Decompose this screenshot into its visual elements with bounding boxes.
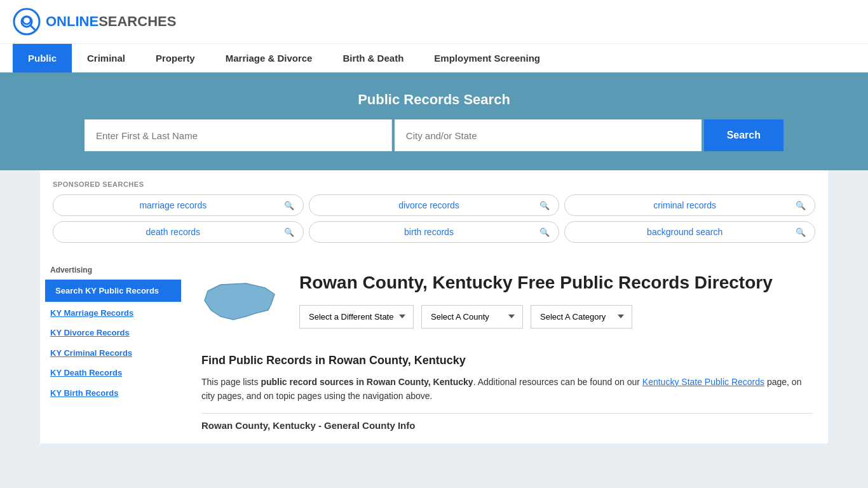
category-dropdown[interactable]: Select A Category (531, 305, 632, 329)
pill-death-text: death records (62, 227, 284, 237)
state-section: Rowan County, Kentucky Free Public Recor… (201, 272, 813, 341)
sidebar-ad-item[interactable]: Search KY Public Records (45, 280, 181, 302)
logo-icon (13, 8, 41, 36)
state-map (201, 272, 284, 341)
find-description: This page lists public record sources in… (201, 375, 813, 403)
pill-birth-text: birth records (318, 227, 540, 237)
nav-item-marriage-divorce[interactable]: Marriage & Divorce (210, 44, 328, 72)
state-dropdown[interactable]: Select a Different State (299, 305, 414, 329)
sidebar-ad-label: Advertising (40, 266, 186, 280)
sidebar-link-marriage[interactable]: KY Marriage Records (40, 303, 186, 323)
search-button[interactable]: Search (704, 119, 783, 151)
svg-point-2 (23, 17, 31, 24)
sidebar-link-birth[interactable]: KY Birth Records (40, 383, 186, 403)
logo[interactable]: ONLINESEARCHES (13, 8, 176, 36)
header: ONLINESEARCHES (0, 0, 868, 43)
find-title: Find Public Records in Rowan County, Ken… (201, 354, 813, 367)
search-icon-5: 🔍 (539, 227, 550, 237)
search-bar: Search (85, 119, 783, 151)
find-desc-start: This page lists (201, 377, 261, 387)
dropdowns: Select a Different State Select A County… (299, 305, 813, 329)
state-info: Rowan County, Kentucky Free Public Recor… (299, 272, 813, 341)
pill-marriage-text: marriage records (62, 200, 284, 210)
hero-section: Public Records Search Search (0, 72, 868, 170)
search-pills: marriage records 🔍 divorce records 🔍 cri… (53, 194, 815, 243)
pill-background[interactable]: background search 🔍 (564, 221, 815, 243)
location-input[interactable] (395, 119, 702, 151)
find-desc-bold: public record sources in Rowan County, K… (261, 377, 473, 387)
search-icon-3: 🔍 (796, 201, 806, 210)
logo-text: ONLINESEARCHES (46, 13, 176, 30)
nav: Public Criminal Property Marriage & Divo… (0, 43, 868, 72)
pill-death[interactable]: death records 🔍 (53, 221, 304, 243)
sidebar: Advertising Search KY Public Records KY … (40, 253, 186, 444)
pill-divorce[interactable]: divorce records 🔍 (309, 194, 560, 216)
nav-item-criminal[interactable]: Criminal (72, 44, 140, 72)
section-divider (201, 413, 813, 414)
search-icon-1: 🔍 (284, 201, 294, 210)
search-icon-4: 🔍 (284, 227, 294, 237)
sidebar-link-criminal[interactable]: KY Criminal Records (40, 343, 186, 363)
logo-online: ONLINE (46, 13, 98, 29)
general-info-title: Rowan County, Kentucky - General County … (201, 420, 813, 431)
sponsored-section: SPONSORED SEARCHES marriage records 🔍 di… (40, 170, 828, 253)
pill-divorce-text: divorce records (318, 200, 540, 210)
content: Rowan County, Kentucky Free Public Recor… (186, 253, 828, 444)
county-dropdown[interactable]: Select A County (421, 305, 523, 329)
pill-criminal-text: criminal records (574, 200, 796, 210)
find-desc-link[interactable]: Kentucky State Public Records (642, 377, 764, 387)
nav-item-employment[interactable]: Employment Screening (419, 44, 555, 72)
search-icon-2: 🔍 (539, 201, 550, 210)
main-wrapper: Advertising Search KY Public Records KY … (40, 253, 828, 444)
svg-line-1 (31, 25, 36, 30)
sponsored-label: SPONSORED SEARCHES (53, 180, 815, 188)
kentucky-map (201, 278, 278, 329)
pill-marriage[interactable]: marriage records 🔍 (53, 194, 304, 216)
sidebar-link-death[interactable]: KY Death Records (40, 363, 186, 383)
sidebar-link-divorce[interactable]: KY Divorce Records (40, 323, 186, 342)
logo-searches: SEARCHES (98, 13, 176, 29)
pill-birth[interactable]: birth records 🔍 (309, 221, 560, 243)
search-icon-6: 🔍 (796, 227, 806, 237)
page-title: Rowan County, Kentucky Free Public Recor… (299, 272, 813, 294)
pill-criminal[interactable]: criminal records 🔍 (564, 194, 815, 216)
hero-title: Public Records Search (13, 92, 855, 108)
nav-item-public[interactable]: Public (13, 44, 72, 72)
name-input[interactable] (85, 119, 392, 151)
nav-item-birth-death[interactable]: Birth & Death (327, 44, 419, 72)
find-desc-middle: . Additional resources can be found on o… (473, 377, 642, 387)
nav-item-property[interactable]: Property (140, 44, 210, 72)
pill-background-text: background search (574, 227, 796, 237)
